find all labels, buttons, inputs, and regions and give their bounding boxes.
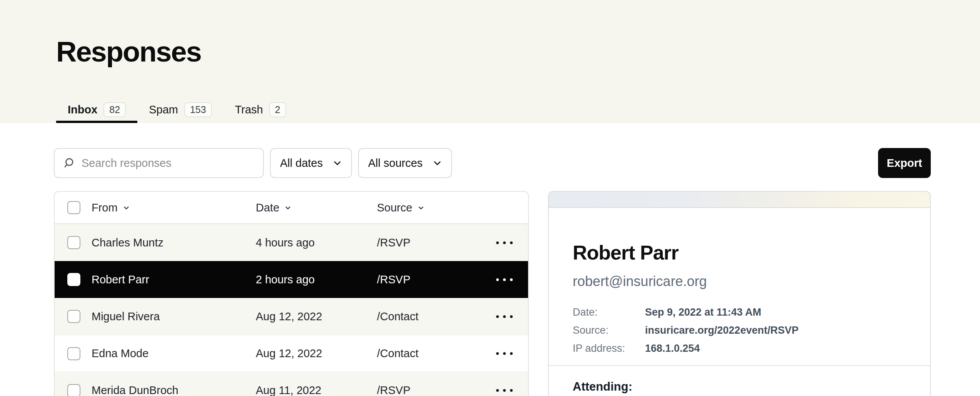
table-row[interactable]: Miguel Rivera Aug 12, 2022 /Contact (55, 298, 528, 335)
meta-row-ip: IP address: 168.1.0.254 (573, 343, 906, 354)
tab-inbox[interactable]: Inbox 82 (56, 96, 137, 123)
panel-divider (549, 365, 930, 366)
column-header-date[interactable]: Date (256, 201, 377, 214)
table-row[interactable]: Edna Mode Aug 12, 2022 /Contact (55, 335, 528, 372)
meta-row-source: Source: insuricare.org/2022event/RSVP (573, 325, 906, 336)
chevron-down-icon (285, 205, 291, 211)
row-checkbox[interactable] (67, 384, 80, 396)
detail-body: Robert Parr robert@insuricare.org Date: … (549, 208, 930, 394)
attending-section-heading: Attending: (573, 380, 906, 394)
row-source: /Contact (377, 310, 486, 323)
detail-email: robert@insuricare.org (573, 273, 906, 290)
sources-filter-dropdown[interactable]: All sources (358, 148, 452, 178)
tab-trash-label: Trash (235, 103, 263, 116)
toolbar: All dates All sources Export (0, 148, 980, 178)
column-header-from[interactable]: From (92, 201, 256, 214)
tab-trash-count-badge: 2 (269, 102, 286, 117)
row-from: Merida DunBroch (92, 384, 256, 396)
sources-filter-value: All sources (368, 157, 423, 170)
row-date: Aug 12, 2022 (256, 347, 377, 360)
meta-label: Source: (573, 325, 645, 336)
table-header-row: From Date Source (55, 192, 528, 224)
row-checkbox[interactable] (67, 273, 80, 286)
row-date: Aug 11, 2022 (256, 384, 377, 396)
tab-trash[interactable]: Trash 2 (223, 96, 298, 123)
tab-spam-count-badge: 153 (184, 102, 212, 117)
dates-filter-dropdown[interactable]: All dates (270, 148, 352, 178)
chevron-down-icon (433, 158, 442, 168)
chevron-down-icon (123, 205, 130, 211)
row-date: 2 hours ago (256, 273, 377, 286)
meta-value: Sep 9, 2022 at 11:43 AM (645, 307, 761, 318)
meta-value: insuricare.org/2022event/RSVP (645, 325, 798, 336)
row-source: /RSVP (377, 273, 486, 286)
meta-label: IP address: (573, 343, 645, 354)
row-date: Aug 12, 2022 (256, 310, 377, 323)
page-title: Responses (56, 35, 201, 68)
row-actions-button[interactable] (496, 241, 513, 244)
row-from: Edna Mode (92, 347, 256, 360)
column-header-source[interactable]: Source (377, 201, 486, 214)
row-source: /Contact (377, 347, 486, 360)
meta-value: 168.1.0.254 (645, 343, 700, 354)
table-row[interactable]: Merida DunBroch Aug 11, 2022 /RSVP (55, 372, 528, 396)
row-source: /RSVP (377, 236, 486, 249)
search-icon (63, 157, 75, 169)
chevron-down-icon (418, 205, 424, 211)
table-body: Charles Muntz 4 hours ago /RSVP Robert P… (55, 224, 528, 396)
responses-table: From Date Source Charles Muntz 4 hours a… (54, 191, 529, 396)
row-checkbox[interactable] (67, 347, 80, 360)
select-all-checkbox[interactable] (67, 201, 80, 214)
row-date: 4 hours ago (256, 236, 377, 249)
tab-inbox-count-badge: 82 (103, 102, 126, 117)
tab-spam[interactable]: Spam 153 (137, 96, 223, 123)
row-actions-button[interactable] (496, 278, 513, 281)
row-source: /RSVP (377, 384, 486, 396)
detail-name: Robert Parr (573, 241, 906, 264)
meta-label: Date: (573, 307, 645, 318)
response-detail-panel: Robert Parr robert@insuricare.org Date: … (548, 191, 931, 396)
row-from: Miguel Rivera (92, 310, 256, 323)
dates-filter-value: All dates (280, 157, 323, 170)
table-row[interactable]: Charles Muntz 4 hours ago /RSVP (55, 224, 528, 261)
row-from: Robert Parr (92, 273, 256, 286)
meta-row-date: Date: Sep 9, 2022 at 11:43 AM (573, 307, 906, 318)
tab-bar: Inbox 82 Spam 153 Trash 2 (56, 96, 298, 123)
export-button[interactable]: Export (878, 148, 931, 178)
table-row-selected[interactable]: Robert Parr 2 hours ago /RSVP (55, 261, 528, 298)
detail-gradient-strip (549, 192, 930, 208)
search-input[interactable] (82, 157, 255, 170)
row-actions-button[interactable] (496, 315, 513, 318)
tab-spam-label: Spam (149, 103, 178, 116)
search-box[interactable] (54, 148, 264, 178)
chevron-down-icon (333, 158, 342, 168)
row-actions-button[interactable] (496, 352, 513, 355)
row-from: Charles Muntz (92, 236, 256, 249)
row-actions-button[interactable] (496, 389, 513, 392)
detail-meta: Date: Sep 9, 2022 at 11:43 AM Source: in… (573, 307, 906, 354)
tab-inbox-label: Inbox (68, 103, 97, 116)
row-checkbox[interactable] (67, 310, 80, 323)
row-checkbox[interactable] (67, 236, 80, 249)
